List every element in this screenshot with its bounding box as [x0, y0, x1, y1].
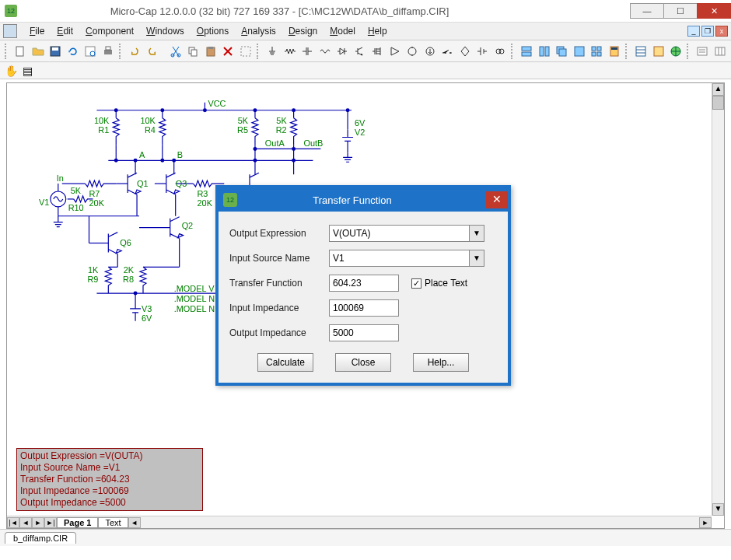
chevron-down-icon-2[interactable]: ▼	[469, 250, 484, 267]
pan-tool-icon[interactable]: ✋	[5, 65, 18, 77]
menu-edit[interactable]: Edit	[51, 24, 79, 38]
scroll-down-icon[interactable]: ▼	[712, 503, 724, 516]
page-tab-text[interactable]: Text	[98, 517, 128, 528]
mosfet-component-icon[interactable]	[369, 43, 386, 60]
window-cascade-icon[interactable]	[554, 43, 570, 60]
npn-component-icon[interactable]	[352, 43, 368, 60]
chevron-down-icon[interactable]: ▼	[469, 225, 484, 242]
output-expression-input[interactable]	[329, 225, 469, 242]
document-tab[interactable]: b_diffamp.CIR	[5, 532, 76, 544]
input-source-input[interactable]	[329, 250, 469, 267]
delete-icon[interactable]	[220, 43, 236, 60]
copy-icon[interactable]	[185, 43, 201, 60]
window-tile-v-icon[interactable]	[536, 43, 552, 60]
transformer-component-icon[interactable]	[491, 43, 508, 60]
svg-point-49	[253, 159, 257, 163]
vsource-component-icon[interactable]	[404, 43, 421, 60]
place-text-checkbox[interactable]: ✓ Place Text	[411, 278, 467, 289]
misc-tool-2-icon[interactable]	[712, 43, 729, 60]
panel-props-icon[interactable]	[650, 43, 666, 60]
mdi-close-button[interactable]: x	[715, 26, 728, 37]
save-icon[interactable]	[47, 43, 64, 60]
close-button[interactable]: ✕	[697, 3, 731, 19]
page-first-icon[interactable]: |◄	[7, 517, 19, 528]
menu-help[interactable]: Help	[362, 24, 393, 38]
window-max-icon[interactable]	[571, 43, 587, 60]
open-file-icon[interactable]	[30, 43, 46, 60]
select-tool-icon[interactable]: ▤	[23, 65, 33, 77]
svg-rect-12	[208, 47, 213, 49]
opamp-component-icon[interactable]	[386, 43, 403, 60]
scroll-up-icon[interactable]: ▲	[712, 83, 724, 96]
isource-component-icon[interactable]	[421, 43, 438, 60]
new-file-icon[interactable]	[12, 43, 29, 60]
ground-component-icon[interactable]	[264, 43, 281, 60]
mdi-minimize-button[interactable]: _	[687, 26, 700, 37]
svg-text:R4: R4	[145, 125, 156, 135]
window-tile-h-icon[interactable]	[519, 43, 535, 60]
paste-icon[interactable]	[202, 43, 219, 60]
secondary-toolbar: ✋ ▤	[0, 62, 731, 79]
diode-component-icon[interactable]	[334, 43, 351, 60]
menu-model[interactable]: Model	[324, 24, 362, 38]
dialog-close-button[interactable]: ✕	[486, 191, 508, 208]
revert-icon[interactable]	[65, 43, 81, 60]
vertical-scrollbar[interactable]: ▲ ▼	[712, 83, 724, 516]
maximize-button[interactable]: ☐	[663, 3, 698, 19]
switch-component-icon[interactable]	[439, 43, 456, 60]
checkbox-checked-icon[interactable]: ✓	[411, 278, 421, 289]
svg-point-19	[499, 49, 504, 54]
window-title: Micro-Cap 12.0.0.0 (32 bit) 727 169 337 …	[22, 5, 631, 17]
panel-list-icon[interactable]	[633, 43, 649, 60]
output-expression-combo[interactable]: ▼	[329, 225, 484, 242]
page-next-icon[interactable]: ►	[32, 517, 44, 528]
inductor-component-icon[interactable]	[317, 43, 333, 60]
help-button[interactable]: Help...	[413, 353, 469, 372]
result-text-box: Output Expression =V(OUTA) Input Source …	[16, 448, 203, 511]
undo-icon[interactable]	[127, 43, 143, 60]
menu-component[interactable]: Component	[79, 24, 140, 38]
dep-source-icon[interactable]	[456, 43, 473, 60]
hscroll-left-icon[interactable]: ◄	[128, 517, 141, 528]
page-last-icon[interactable]: ►|	[44, 517, 57, 528]
dialog-title-bar[interactable]: 12 Transfer Function ✕	[219, 188, 508, 212]
capacitor-component-icon[interactable]	[299, 43, 316, 60]
page-prev-icon[interactable]: ◄	[19, 517, 32, 528]
menu-file[interactable]: File	[23, 24, 51, 38]
menu-options[interactable]: Options	[191, 24, 235, 38]
calculate-button[interactable]: Calculate	[257, 353, 313, 372]
battery-component-icon[interactable]	[474, 43, 491, 60]
preview-icon[interactable]	[82, 43, 99, 60]
svg-text:VCC: VCC	[208, 99, 226, 108]
svg-text:R8: R8	[123, 275, 134, 284]
input-source-combo[interactable]: ▼	[329, 250, 484, 267]
doc-icon	[3, 24, 17, 38]
misc-tool-1-icon[interactable]	[694, 43, 711, 60]
vscroll-thumb[interactable]	[712, 96, 724, 110]
result-line-5: Output Impedance =5000	[20, 497, 199, 509]
svg-point-42	[253, 108, 257, 112]
menu-design[interactable]: Design	[282, 24, 324, 38]
minimize-button[interactable]: —	[630, 3, 664, 19]
svg-text:V3: V3	[142, 304, 152, 313]
globe-icon[interactable]	[668, 43, 684, 60]
cut-icon[interactable]	[167, 43, 184, 60]
svg-rect-28	[597, 47, 601, 51]
redo-icon[interactable]	[144, 43, 160, 60]
resistor-component-icon[interactable]	[282, 43, 298, 60]
mdi-restore-button[interactable]: ❐	[701, 26, 714, 37]
svg-text:1K: 1K	[88, 265, 99, 275]
close-dialog-button[interactable]: Close	[335, 353, 391, 372]
menu-windows[interactable]: Windows	[140, 24, 191, 38]
zoom-fit-icon[interactable]	[237, 43, 254, 60]
horizontal-scrollbar[interactable]: |◄ ◄ ► ►| Page 1 Text ◄ ►	[7, 516, 712, 528]
svg-text:20K: 20K	[89, 198, 105, 208]
print-icon[interactable]	[100, 43, 116, 60]
window-grid-icon[interactable]	[589, 43, 605, 60]
page-tab-page1[interactable]: Page 1	[57, 517, 98, 528]
hscroll-right-icon[interactable]: ►	[699, 517, 712, 528]
place-text-label: Place Text	[425, 278, 467, 289]
svg-text:R1: R1	[98, 125, 109, 135]
calculator-icon[interactable]	[606, 43, 622, 60]
menu-analysis[interactable]: Analysis	[235, 24, 282, 38]
